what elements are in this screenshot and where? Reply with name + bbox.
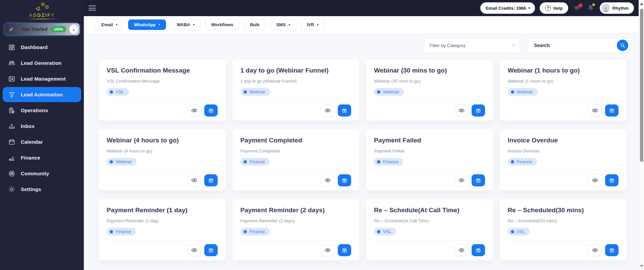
notifications-button[interactable] <box>586 4 595 12</box>
channel-tab[interactable]: Workflows <box>205 19 239 30</box>
sidebar-item[interactable]: Lead Management <box>3 71 81 86</box>
avatar <box>601 4 610 12</box>
get-started-card[interactable]: Get Started 100% › <box>4 23 80 36</box>
import-template-button[interactable] <box>472 104 485 117</box>
menu-toggle-icon[interactable] <box>89 5 96 11</box>
brand-logo: ADDZIFY <box>0 0 84 19</box>
sidebar-item[interactable]: Calendar <box>3 134 81 149</box>
search-input[interactable] <box>534 43 617 48</box>
import-tray-icon <box>608 177 615 184</box>
chevron-down-icon: ▾ <box>193 23 195 26</box>
sidebar-item[interactable]: Dashboard <box>3 40 81 55</box>
preview-button[interactable] <box>455 244 468 256</box>
badge-dot <box>244 160 247 164</box>
scroll-down-arrow[interactable] <box>640 265 643 267</box>
badge-label: Webinar <box>383 89 399 94</box>
preview-button[interactable] <box>588 104 602 117</box>
channel-tab[interactable]: IVR ▾ <box>301 19 325 30</box>
scrollbar-thumb[interactable] <box>640 9 643 162</box>
channel-tab[interactable]: SMS ▾ <box>270 19 296 30</box>
import-tray-icon <box>341 247 348 254</box>
category-filter-select[interactable]: Filter by Category ▾ <box>425 39 519 52</box>
channel-tab[interactable]: Bulk <box>244 19 265 30</box>
badge-label: Finance <box>250 229 265 234</box>
card-footer <box>508 171 619 190</box>
scroll-up-arrow[interactable] <box>640 3 643 5</box>
import-template-button[interactable] <box>338 244 351 256</box>
app-root: ADDZIFY Get Started 100% › Dashboard <box>0 0 644 270</box>
preview-button[interactable] <box>321 244 334 256</box>
import-tray-icon <box>608 247 615 254</box>
sidebar-item-label: Lead Generation <box>21 60 61 66</box>
channel-tab[interactable]: WhatsApp ▾ <box>128 19 166 30</box>
preview-button[interactable] <box>187 174 201 186</box>
card-footer <box>374 101 485 121</box>
card-footer <box>240 171 352 190</box>
sidebar-item-label: Inbox <box>21 123 35 129</box>
chevron-down-icon: ▾ <box>289 23 290 26</box>
sidebar-item[interactable]: Finance <box>3 150 81 165</box>
import-template-button[interactable] <box>204 174 218 186</box>
preview-button[interactable] <box>321 104 334 117</box>
preview-button[interactable] <box>455 174 468 186</box>
user-menu-button[interactable]: Rhythm <box>600 2 634 14</box>
import-template-button[interactable] <box>605 104 619 117</box>
sidebar: ADDZIFY Get Started 100% › Dashboard <box>0 0 84 270</box>
preview-button[interactable] <box>455 104 468 117</box>
chevron-right-icon[interactable]: › <box>69 25 78 34</box>
import-template-button[interactable] <box>204 244 218 256</box>
inbox-icon <box>8 123 15 130</box>
badge-label: VSL <box>116 89 124 94</box>
sidebar-item[interactable]: Community <box>3 166 81 181</box>
card-footer <box>107 240 218 260</box>
vertical-scrollbar[interactable] <box>639 0 644 270</box>
sidebar-item-label: Calendar <box>21 139 43 145</box>
announcements-button[interactable] <box>573 4 582 12</box>
sidebar-item[interactable]: Inbox <box>3 119 81 134</box>
preview-button[interactable] <box>187 244 201 256</box>
import-template-button[interactable] <box>338 104 351 117</box>
import-template-button[interactable] <box>472 244 485 256</box>
import-template-button[interactable] <box>472 174 485 186</box>
import-template-button[interactable] <box>605 244 619 256</box>
sidebar-item[interactable]: Lead Automation <box>3 87 81 102</box>
preview-button[interactable] <box>588 174 602 186</box>
sidebar-item[interactable]: Operations <box>3 103 81 118</box>
preview-button[interactable] <box>588 244 602 256</box>
notification-dot-orange <box>592 3 595 6</box>
badge-dot <box>511 160 514 164</box>
preview-button[interactable] <box>187 104 201 117</box>
channel-tabs: Email ▾ WhatsApp ▾ WABA ▾ Workflows Bulk… <box>84 16 639 34</box>
import-template-button[interactable] <box>605 174 619 186</box>
badge-dot <box>244 90 247 94</box>
channel-tab-label: IVR <box>307 22 314 27</box>
sidebar-item[interactable]: Settings <box>3 182 81 197</box>
badge-dot <box>110 230 113 233</box>
eye-icon <box>592 107 598 114</box>
chevron-down-icon: ▾ <box>159 23 160 26</box>
help-button[interactable]: ? Help <box>540 2 568 14</box>
eye-icon <box>458 247 465 254</box>
eye-icon <box>592 247 598 254</box>
template-cards-grid: VSL Confirmation Message VSL Confirmatio… <box>99 59 627 260</box>
card-subtitle: Webinar (1 hours to go) <box>508 79 619 84</box>
email-credits-button[interactable]: Email Credits: 1966 ▾ <box>480 2 535 14</box>
import-template-button[interactable] <box>204 104 218 117</box>
sidebar-item-label: Lead Automation <box>21 92 63 97</box>
template-card: Re – Scheduled(30 mins) Re – Scheduled(3… <box>500 199 627 260</box>
channel-tab[interactable]: Email ▾ <box>95 19 123 30</box>
question-icon: ? <box>545 5 551 11</box>
badge-dot <box>110 160 113 164</box>
card-subtitle: Webinar (30 mins to go) <box>374 79 485 84</box>
import-template-button[interactable] <box>338 174 351 186</box>
badge-dot <box>511 90 514 94</box>
channel-tab[interactable]: WABA ▾ <box>171 19 201 30</box>
template-card: Payment Reminder (2 days) Payment Remind… <box>232 199 360 260</box>
import-tray-icon <box>208 247 214 254</box>
search-button[interactable] <box>617 40 628 51</box>
sidebar-item[interactable]: Lead Generation <box>3 55 81 71</box>
preview-button[interactable] <box>321 174 334 186</box>
search-box <box>529 39 629 52</box>
lead-automation-icon <box>8 91 15 98</box>
chevron-down-icon: ▾ <box>528 6 530 10</box>
